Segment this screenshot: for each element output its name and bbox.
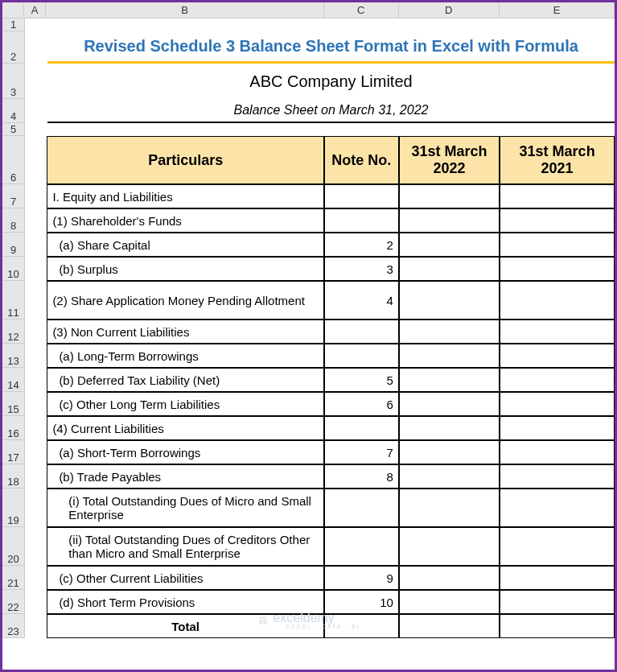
- year1-cell[interactable]: [399, 184, 500, 208]
- cell-A10[interactable]: [25, 257, 47, 281]
- col-header-B[interactable]: B: [46, 2, 324, 18]
- year1-cell[interactable]: [399, 208, 500, 233]
- note-cell[interactable]: [324, 416, 399, 440]
- note-cell[interactable]: [324, 184, 399, 208]
- note-cell[interactable]: [324, 489, 399, 527]
- note-cell[interactable]: 6: [324, 392, 399, 416]
- cell-A8[interactable]: [25, 208, 47, 233]
- year2-cell[interactable]: [500, 344, 615, 368]
- row-header-6[interactable]: 6: [2, 136, 25, 184]
- year1-cell[interactable]: [399, 614, 500, 638]
- cell-A21[interactable]: [25, 566, 47, 590]
- header-particulars[interactable]: Particulars: [47, 136, 324, 184]
- header-note[interactable]: Note No.: [324, 136, 399, 184]
- year1-cell[interactable]: [399, 368, 500, 392]
- cell-A1[interactable]: [25, 19, 47, 31]
- col-header-A[interactable]: A: [24, 2, 46, 18]
- particulars-cell[interactable]: (c) Other Long Term Liabilities: [47, 392, 324, 416]
- note-cell[interactable]: [324, 208, 399, 233]
- note-cell[interactable]: [324, 614, 399, 638]
- col-header-D[interactable]: D: [399, 2, 500, 18]
- cell-A4[interactable]: [25, 99, 47, 123]
- year2-cell[interactable]: [500, 416, 615, 440]
- row-header-20[interactable]: 20: [2, 527, 25, 566]
- cell-A16[interactable]: [25, 416, 47, 440]
- year1-cell[interactable]: [399, 566, 500, 590]
- particulars-cell[interactable]: Total: [47, 614, 324, 638]
- particulars-cell[interactable]: (1) Shareholder's Funds: [47, 208, 324, 233]
- year1-cell[interactable]: [399, 257, 500, 281]
- header-year2[interactable]: 31st March 2021: [500, 136, 615, 184]
- particulars-cell[interactable]: (c) Other Current Liabilities: [47, 566, 324, 590]
- year2-cell[interactable]: [500, 489, 615, 527]
- year2-cell[interactable]: [500, 320, 615, 344]
- row-header-2[interactable]: 2: [2, 31, 25, 64]
- note-cell[interactable]: [324, 527, 399, 566]
- row-header-16[interactable]: 16: [2, 416, 25, 440]
- cell-A9[interactable]: [25, 233, 47, 257]
- particulars-cell[interactable]: (a) Long-Term Borrowings: [47, 344, 324, 368]
- note-cell[interactable]: 7: [324, 440, 399, 464]
- row-header-17[interactable]: 17: [2, 440, 25, 464]
- particulars-cell[interactable]: (i) Total Outstanding Dues of Micro and …: [47, 489, 324, 527]
- note-cell[interactable]: [324, 320, 399, 344]
- row-header-21[interactable]: 21: [2, 566, 25, 590]
- year1-cell[interactable]: [399, 392, 500, 416]
- year1-cell[interactable]: [399, 489, 500, 527]
- cell-A19[interactable]: [25, 489, 47, 527]
- year2-cell[interactable]: [500, 208, 615, 233]
- row-header-19[interactable]: 19: [2, 489, 25, 527]
- sheet-subtitle[interactable]: Balance Sheet on March 31, 2022: [47, 99, 615, 123]
- row-header-8[interactable]: 8: [2, 208, 25, 233]
- row-header-10[interactable]: 10: [2, 257, 25, 281]
- header-year1[interactable]: 31st March 2022: [399, 136, 500, 184]
- year2-cell[interactable]: [500, 464, 615, 489]
- row-header-7[interactable]: 7: [2, 184, 25, 208]
- note-cell[interactable]: 8: [324, 464, 399, 489]
- row-header-3[interactable]: 3: [2, 64, 25, 99]
- note-cell[interactable]: 2: [324, 233, 399, 257]
- particulars-cell[interactable]: (b) Surplus: [47, 257, 324, 281]
- row-header-15[interactable]: 15: [2, 392, 25, 416]
- cell-A18[interactable]: [25, 464, 47, 489]
- year1-cell[interactable]: [399, 440, 500, 464]
- row-header-18[interactable]: 18: [2, 464, 25, 489]
- particulars-cell[interactable]: (b) Trade Payables: [47, 464, 324, 489]
- particulars-cell[interactable]: (ii) Total Outstanding Dues of Creditors…: [47, 527, 324, 566]
- particulars-cell[interactable]: I. Equity and Liabilities: [47, 184, 324, 208]
- cell-A13[interactable]: [25, 344, 47, 368]
- cell-A22[interactable]: [25, 590, 47, 614]
- cell-B1[interactable]: [47, 19, 615, 31]
- note-cell[interactable]: 3: [324, 257, 399, 281]
- year2-cell[interactable]: [500, 392, 615, 416]
- cell-A20[interactable]: [25, 527, 47, 566]
- row-header-4[interactable]: 4: [2, 99, 25, 123]
- row-header-13[interactable]: 13: [2, 344, 25, 368]
- year1-cell[interactable]: [399, 590, 500, 614]
- row-header-12[interactable]: 12: [2, 320, 25, 344]
- year2-cell[interactable]: [500, 184, 615, 208]
- year1-cell[interactable]: [399, 416, 500, 440]
- cell-A14[interactable]: [25, 368, 47, 392]
- particulars-cell[interactable]: (a) Short-Term Borrowings: [47, 440, 324, 464]
- note-cell[interactable]: [324, 344, 399, 368]
- row-header-1[interactable]: 1: [2, 19, 25, 31]
- cell-B5[interactable]: [47, 123, 615, 136]
- cell-A23[interactable]: [25, 614, 47, 638]
- year2-cell[interactable]: [500, 527, 615, 566]
- particulars-cell[interactable]: (3) Non Current Liabilities: [47, 320, 324, 344]
- year2-cell[interactable]: [500, 614, 615, 638]
- year2-cell[interactable]: [500, 590, 615, 614]
- year2-cell[interactable]: [500, 233, 615, 257]
- col-header-E[interactable]: E: [500, 2, 615, 18]
- year1-cell[interactable]: [399, 320, 500, 344]
- particulars-cell[interactable]: (b) Deferred Tax Liability (Net): [47, 368, 324, 392]
- note-cell[interactable]: 4: [324, 281, 399, 320]
- row-header-14[interactable]: 14: [2, 368, 25, 392]
- particulars-cell[interactable]: (4) Current Liabilities: [47, 416, 324, 440]
- particulars-cell[interactable]: (d) Short Term Provisions: [47, 590, 324, 614]
- note-cell[interactable]: 5: [324, 368, 399, 392]
- row-header-5[interactable]: 5: [2, 123, 25, 136]
- cell-A3[interactable]: [25, 64, 47, 99]
- cell-A2[interactable]: [25, 31, 47, 64]
